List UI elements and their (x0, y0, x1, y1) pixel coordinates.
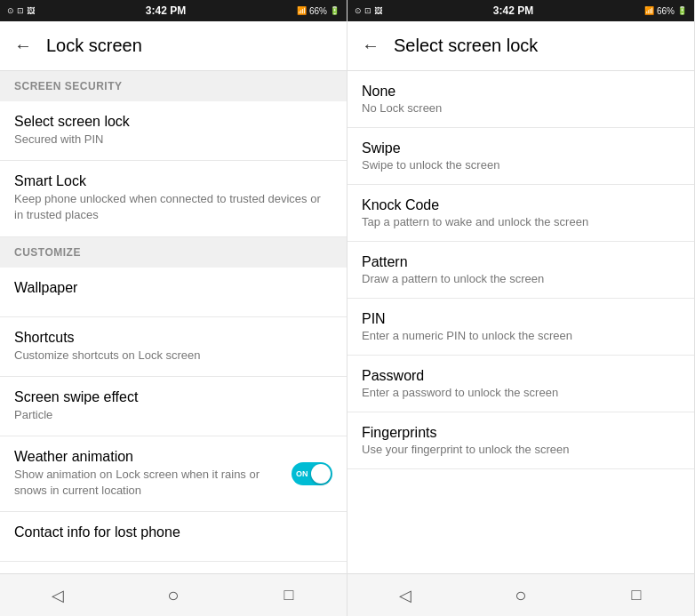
knock-code-subtitle: Tap a pattern to wake and unlock the scr… (362, 215, 680, 228)
section-customize-header: CUSTOMIZE (0, 237, 347, 268)
right-nav-back[interactable]: ◁ (392, 582, 419, 609)
settings-item-select-screen-lock[interactable]: Select screen lock Secured with PIN (0, 101, 347, 161)
right-back-button[interactable]: ← (362, 36, 379, 56)
right-back-icon: ◁ (399, 586, 411, 605)
lock-option-none[interactable]: None No Lock screen (348, 71, 694, 128)
right-status-time: 3:42 PM (493, 4, 533, 17)
right-recent-icon: □ (632, 586, 642, 604)
left-header: ← Lock screen (0, 21, 347, 71)
fingerprints-subtitle: Use your fingerprint to unlock the scree… (362, 443, 680, 456)
smart-lock-title: Smart Lock (14, 173, 332, 189)
settings-item-contact-info[interactable]: Contact info for lost phone (0, 512, 347, 562)
smart-lock-subtitle: Keep phone unlocked when connected to tr… (14, 191, 332, 223)
right-bottom-nav: ◁ ○ □ (348, 573, 694, 616)
pattern-subtitle: Draw a pattern to unlock the screen (362, 272, 680, 285)
shortcuts-subtitle: Customize shortcuts on Lock screen (14, 348, 332, 364)
left-nav-home[interactable]: ○ (160, 582, 187, 609)
none-title: None (362, 84, 680, 100)
left-nav-recent[interactable]: □ (276, 582, 302, 609)
left-status-time: 3:42 PM (146, 4, 186, 17)
right-panel-title: Select screen lock (394, 36, 538, 56)
right-status-icon-1: ⊙ (355, 6, 362, 15)
left-back-icon: ◁ (52, 586, 64, 605)
left-panel: ⊙ ⊡ 🖼 3:42 PM 📶 66% 🔋 ← Lock screen SCRE… (0, 0, 348, 616)
weather-animation-toggle[interactable]: ON (292, 462, 332, 485)
left-panel-title: Lock screen (46, 36, 142, 56)
pattern-title: Pattern (362, 254, 680, 270)
wallpaper-title: Wallpaper (14, 280, 332, 296)
left-bottom-nav: ◁ ○ □ (0, 573, 347, 616)
select-screen-lock-title: Select screen lock (14, 114, 332, 130)
pin-subtitle: Enter a numeric PIN to unlock the screen (362, 329, 680, 342)
settings-item-wallpaper[interactable]: Wallpaper (0, 268, 347, 317)
left-status-icon-1: ⊙ (7, 6, 14, 15)
settings-item-weather-animation[interactable]: Weather animation Show animation on Lock… (0, 436, 347, 512)
left-battery-icon: 🔋 (330, 6, 340, 15)
lock-option-swipe[interactable]: Swipe Swipe to unlock the screen (348, 128, 694, 185)
password-title: Password (362, 368, 680, 384)
left-status-icon-2: ⊡ (17, 6, 24, 15)
pin-title: PIN (362, 311, 680, 327)
lock-option-pattern[interactable]: Pattern Draw a pattern to unlock the scr… (348, 242, 694, 299)
right-nav-home[interactable]: ○ (507, 582, 534, 609)
right-status-icons: ⊙ ⊡ 🖼 (355, 6, 382, 15)
left-recent-icon: □ (284, 586, 294, 604)
left-panel-content: SCREEN SECURITY Select screen lock Secur… (0, 71, 347, 573)
left-signal-icon: 📶 (297, 6, 307, 15)
right-battery-text: 66% (657, 6, 675, 16)
weather-animation-subtitle: Show animation on Lock screen when it ra… (14, 467, 281, 499)
shortcuts-title: Shortcuts (14, 330, 332, 346)
right-header: ← Select screen lock (348, 21, 694, 71)
right-panel-content: None No Lock screen Swipe Swipe to unloc… (348, 71, 694, 573)
left-battery-text: 66% (309, 6, 327, 16)
weather-animation-text: Weather animation Show animation on Lock… (14, 449, 281, 499)
toggle-on-label: ON (296, 469, 308, 478)
lock-option-password[interactable]: Password Enter a password to unlock the … (348, 356, 694, 412)
swipe-title: Swipe (362, 140, 680, 156)
left-status-right: 📶 66% 🔋 (297, 6, 340, 16)
settings-item-shortcuts[interactable]: Shortcuts Customize shortcuts on Lock sc… (0, 317, 347, 377)
left-status-bar: ⊙ ⊡ 🖼 3:42 PM 📶 66% 🔋 (0, 0, 347, 21)
swipe-subtitle: Swipe to unlock the screen (362, 158, 680, 172)
right-signal-icon: 📶 (644, 6, 654, 15)
select-screen-lock-subtitle: Secured with PIN (14, 132, 332, 148)
lock-option-pin[interactable]: PIN Enter a numeric PIN to unlock the sc… (348, 299, 694, 356)
right-home-icon: ○ (515, 584, 526, 607)
right-status-icon-3: 🖼 (374, 6, 382, 15)
screen-swipe-subtitle: Particle (14, 407, 332, 423)
right-status-icon-2: ⊡ (364, 6, 371, 15)
settings-item-screen-swipe[interactable]: Screen swipe effect Particle (0, 377, 347, 436)
left-back-button[interactable]: ← (14, 36, 32, 56)
right-status-bar: ⊙ ⊡ 🖼 3:42 PM 📶 66% 🔋 (348, 0, 694, 21)
left-status-icon-3: 🖼 (27, 6, 35, 15)
left-nav-back[interactable]: ◁ (44, 582, 71, 609)
lock-option-knock-code[interactable]: Knock Code Tap a pattern to wake and unl… (348, 185, 694, 242)
settings-item-smart-lock[interactable]: Smart Lock Keep phone unlocked when conn… (0, 161, 347, 236)
none-subtitle: No Lock screen (362, 101, 680, 115)
fingerprints-title: Fingerprints (362, 425, 680, 441)
weather-animation-title: Weather animation (14, 449, 281, 465)
section-security-header: SCREEN SECURITY (0, 71, 347, 101)
screen-swipe-title: Screen swipe effect (14, 389, 332, 405)
right-panel: ⊙ ⊡ 🖼 3:42 PM 📶 66% 🔋 ← Select screen lo… (348, 0, 695, 616)
right-battery-icon: 🔋 (677, 6, 687, 15)
knock-code-title: Knock Code (362, 197, 680, 213)
password-subtitle: Enter a password to unlock the screen (362, 386, 680, 399)
left-home-icon: ○ (167, 584, 179, 607)
right-status-right: 📶 66% 🔋 (644, 6, 687, 16)
lock-option-fingerprints[interactable]: Fingerprints Use your fingerprint to unl… (348, 412, 694, 469)
left-status-icons: ⊙ ⊡ 🖼 (7, 6, 35, 15)
contact-info-title: Contact info for lost phone (14, 524, 332, 540)
right-nav-recent[interactable]: □ (623, 582, 650, 609)
